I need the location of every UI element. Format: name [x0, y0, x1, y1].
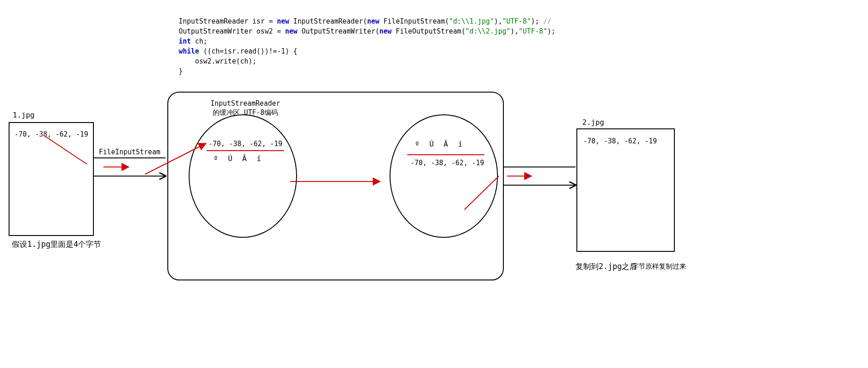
arrows-layer	[0, 0, 868, 368]
red-arrow-file-out	[44, 135, 87, 164]
diagram-canvas: InputStreamReader isr = new InputStreamR…	[0, 0, 868, 368]
red-arrow-out-buffer	[464, 176, 499, 210]
red-arrow-into-buffer	[145, 143, 206, 174]
